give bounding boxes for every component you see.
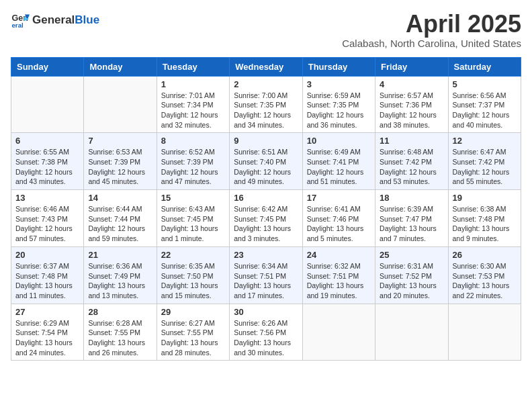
day-number: 26 [453, 250, 517, 260]
day-info: Sunrise: 6:35 AM Sunset: 7:50 PM Dayligh… [161, 261, 225, 301]
calendar-day-cell: 5Sunrise: 6:56 AM Sunset: 7:37 PM Daylig… [448, 76, 521, 133]
day-number: 22 [161, 250, 225, 260]
calendar-day-cell: 20Sunrise: 6:37 AM Sunset: 7:48 PM Dayli… [11, 246, 84, 304]
day-number: 20 [15, 250, 79, 260]
day-info: Sunrise: 6:47 AM Sunset: 7:42 PM Dayligh… [453, 147, 517, 187]
day-of-week-header: Sunday [11, 57, 84, 76]
day-info: Sunrise: 6:51 AM Sunset: 7:40 PM Dayligh… [234, 147, 298, 187]
calendar-week-row: 1Sunrise: 7:01 AM Sunset: 7:34 PM Daylig… [11, 76, 521, 133]
calendar-day-cell: 18Sunrise: 6:39 AM Sunset: 7:47 PM Dayli… [375, 190, 448, 247]
day-number: 28 [88, 307, 152, 317]
calendar-day-cell: 19Sunrise: 6:38 AM Sunset: 7:48 PM Dayli… [448, 190, 521, 247]
calendar-day-cell: 4Sunrise: 6:57 AM Sunset: 7:36 PM Daylig… [375, 76, 448, 133]
day-of-week-header: Thursday [302, 57, 375, 76]
day-info: Sunrise: 6:42 AM Sunset: 7:45 PM Dayligh… [234, 204, 298, 244]
calendar-day-cell: 28Sunrise: 6:28 AM Sunset: 7:55 PM Dayli… [84, 304, 157, 361]
header: Gen eral GeneralBlue April 2025 Calabash… [11, 11, 521, 49]
day-info: Sunrise: 6:29 AM Sunset: 7:54 PM Dayligh… [15, 318, 79, 358]
day-number: 10 [307, 136, 371, 146]
calendar-day-cell: 14Sunrise: 6:44 AM Sunset: 7:44 PM Dayli… [84, 190, 157, 247]
calendar-day-cell: 7Sunrise: 6:53 AM Sunset: 7:39 PM Daylig… [84, 133, 157, 190]
day-number: 25 [380, 250, 443, 260]
calendar-day-cell: 15Sunrise: 6:43 AM Sunset: 7:45 PM Dayli… [157, 190, 229, 247]
title-area: April 2025 Calabash, North Carolina, Uni… [342, 11, 521, 49]
day-number: 16 [234, 193, 298, 203]
day-number: 8 [161, 136, 225, 146]
day-info: Sunrise: 6:57 AM Sunset: 7:36 PM Dayligh… [380, 91, 443, 130]
day-number: 21 [88, 250, 152, 260]
day-number: 14 [88, 193, 152, 203]
day-info: Sunrise: 6:52 AM Sunset: 7:39 PM Dayligh… [161, 147, 225, 187]
day-number: 30 [234, 307, 298, 317]
calendar-day-cell: 1Sunrise: 7:01 AM Sunset: 7:34 PM Daylig… [157, 76, 229, 133]
day-info: Sunrise: 6:43 AM Sunset: 7:45 PM Dayligh… [161, 204, 225, 244]
calendar-day-cell: 23Sunrise: 6:34 AM Sunset: 7:51 PM Dayli… [230, 246, 302, 304]
day-number: 11 [380, 136, 443, 146]
day-of-week-header: Monday [84, 57, 157, 76]
calendar-day-cell: 17Sunrise: 6:41 AM Sunset: 7:46 PM Dayli… [302, 190, 375, 247]
logo-icon: Gen eral [11, 11, 30, 30]
calendar-day-cell [302, 304, 375, 361]
day-number: 2 [234, 79, 298, 89]
calendar-day-cell: 6Sunrise: 6:55 AM Sunset: 7:38 PM Daylig… [11, 133, 84, 190]
calendar-table: SundayMondayTuesdayWednesdayThursdayFrid… [11, 57, 521, 361]
calendar-day-cell: 9Sunrise: 6:51 AM Sunset: 7:40 PM Daylig… [230, 133, 302, 190]
calendar-week-row: 6Sunrise: 6:55 AM Sunset: 7:38 PM Daylig… [11, 133, 521, 190]
day-number: 29 [161, 307, 225, 317]
calendar-day-cell: 24Sunrise: 6:32 AM Sunset: 7:51 PM Dayli… [302, 246, 375, 304]
calendar-day-cell [448, 304, 521, 361]
day-info: Sunrise: 6:26 AM Sunset: 7:56 PM Dayligh… [234, 318, 298, 358]
day-info: Sunrise: 6:36 AM Sunset: 7:49 PM Dayligh… [88, 261, 152, 301]
day-info: Sunrise: 6:32 AM Sunset: 7:51 PM Dayligh… [307, 261, 371, 301]
day-info: Sunrise: 6:41 AM Sunset: 7:46 PM Dayligh… [307, 204, 371, 244]
calendar-subtitle: Calabash, North Carolina, United States [342, 38, 521, 49]
day-info: Sunrise: 6:34 AM Sunset: 7:51 PM Dayligh… [234, 261, 298, 301]
day-number: 23 [234, 250, 298, 260]
day-number: 12 [453, 136, 517, 146]
day-info: Sunrise: 6:30 AM Sunset: 7:53 PM Dayligh… [453, 261, 517, 301]
day-info: Sunrise: 6:56 AM Sunset: 7:37 PM Dayligh… [453, 91, 517, 130]
day-number: 15 [161, 193, 225, 203]
day-number: 1 [161, 79, 225, 89]
day-info: Sunrise: 6:46 AM Sunset: 7:43 PM Dayligh… [15, 204, 79, 244]
day-of-week-header: Friday [375, 57, 448, 76]
calendar-header-row: SundayMondayTuesdayWednesdayThursdayFrid… [11, 57, 521, 76]
day-info: Sunrise: 6:37 AM Sunset: 7:48 PM Dayligh… [15, 261, 79, 301]
calendar-day-cell: 22Sunrise: 6:35 AM Sunset: 7:50 PM Dayli… [157, 246, 229, 304]
day-info: Sunrise: 6:39 AM Sunset: 7:47 PM Dayligh… [380, 204, 443, 244]
calendar-day-cell: 3Sunrise: 6:59 AM Sunset: 7:35 PM Daylig… [302, 76, 375, 133]
day-number: 17 [307, 193, 371, 203]
day-number: 3 [307, 79, 371, 89]
calendar-day-cell: 16Sunrise: 6:42 AM Sunset: 7:45 PM Dayli… [230, 190, 302, 247]
calendar-day-cell: 13Sunrise: 6:46 AM Sunset: 7:43 PM Dayli… [11, 190, 84, 247]
day-info: Sunrise: 6:28 AM Sunset: 7:55 PM Dayligh… [88, 318, 152, 358]
day-number: 18 [380, 193, 443, 203]
day-info: Sunrise: 6:48 AM Sunset: 7:42 PM Dayligh… [380, 147, 443, 187]
day-number: 6 [15, 136, 79, 146]
calendar-day-cell: 21Sunrise: 6:36 AM Sunset: 7:49 PM Dayli… [84, 246, 157, 304]
calendar-day-cell: 26Sunrise: 6:30 AM Sunset: 7:53 PM Dayli… [448, 246, 521, 304]
day-of-week-header: Tuesday [157, 57, 229, 76]
logo-blue-text: Blue [75, 13, 99, 26]
logo-general-text: General [32, 13, 75, 26]
day-info: Sunrise: 6:53 AM Sunset: 7:39 PM Dayligh… [88, 147, 152, 187]
day-info: Sunrise: 6:31 AM Sunset: 7:52 PM Dayligh… [380, 261, 443, 301]
calendar-week-row: 27Sunrise: 6:29 AM Sunset: 7:54 PM Dayli… [11, 304, 521, 361]
day-number: 5 [453, 79, 517, 89]
day-info: Sunrise: 6:44 AM Sunset: 7:44 PM Dayligh… [88, 204, 152, 244]
calendar-day-cell [11, 76, 84, 133]
day-number: 19 [453, 193, 517, 203]
calendar-day-cell: 11Sunrise: 6:48 AM Sunset: 7:42 PM Dayli… [375, 133, 448, 190]
day-number: 7 [88, 136, 152, 146]
day-number: 9 [234, 136, 298, 146]
calendar-day-cell [84, 76, 157, 133]
calendar-title: April 2025 [342, 11, 521, 38]
calendar-day-cell: 12Sunrise: 6:47 AM Sunset: 7:42 PM Dayli… [448, 133, 521, 190]
day-of-week-header: Saturday [448, 57, 521, 76]
day-info: Sunrise: 6:27 AM Sunset: 7:55 PM Dayligh… [161, 318, 225, 358]
day-number: 13 [15, 193, 79, 203]
calendar-day-cell: 29Sunrise: 6:27 AM Sunset: 7:55 PM Dayli… [157, 304, 229, 361]
calendar-week-row: 13Sunrise: 6:46 AM Sunset: 7:43 PM Dayli… [11, 190, 521, 247]
calendar-day-cell: 30Sunrise: 6:26 AM Sunset: 7:56 PM Dayli… [230, 304, 302, 361]
calendar-day-cell: 10Sunrise: 6:49 AM Sunset: 7:41 PM Dayli… [302, 133, 375, 190]
